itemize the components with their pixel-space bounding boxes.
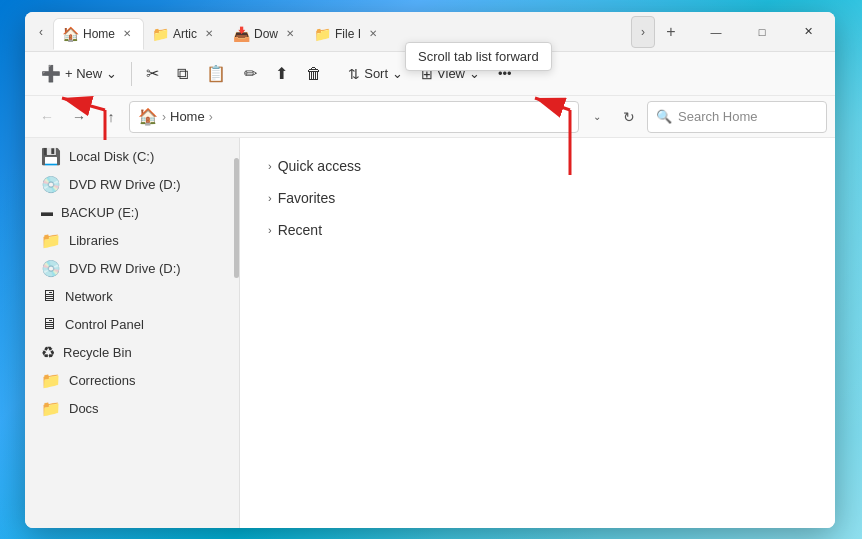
forward-button[interactable]: → (65, 103, 93, 131)
maximize-button[interactable]: □ (739, 16, 785, 48)
local-disk-c-label: Local Disk (C:) (69, 149, 227, 164)
tab-home-close[interactable]: ✕ (119, 26, 135, 42)
sidebar-scrollbar[interactable] (234, 158, 239, 278)
file-explorer-window: ‹ 🏠 Home ✕ 📁 Artic ✕ 📥 Dow ✕ 📁 (25, 12, 835, 528)
path-sep: › (162, 110, 166, 124)
sidebar-item-dvd-rw-d2[interactable]: 💿 DVD RW Drive (D:) (25, 254, 239, 282)
content-area: › Quick access › Favorites › Recent (240, 138, 835, 528)
search-placeholder: Search Home (678, 109, 757, 124)
back-icon: ← (40, 109, 54, 125)
docs-label: Docs (69, 401, 227, 416)
sort-dropdown-button[interactable]: ⇅ Sort ⌄ (340, 58, 411, 90)
copy-button[interactable]: ⧉ (169, 58, 196, 90)
backup-e-label: BACKUP (E:) (61, 205, 227, 220)
libraries-icon: 📁 (41, 231, 61, 250)
tab-dow-icon: 📥 (233, 26, 250, 42)
sort-icon: ⇅ (348, 66, 360, 82)
new-icon: ➕ (41, 64, 61, 83)
sidebar-item-docs[interactable]: 📁 Docs (25, 394, 239, 422)
tooltip-text: Scroll tab list forward (418, 49, 539, 64)
sidebar: 💾 Local Disk (C:) 💿 DVD RW Drive (D:) ▬ … (25, 138, 240, 528)
quick-access-header[interactable]: › Quick access (260, 154, 815, 178)
minimize-button[interactable]: — (693, 16, 739, 48)
sidebar-item-backup-e[interactable]: ▬ BACKUP (E:) (25, 198, 239, 226)
tab-scroll-forward-button[interactable]: › (631, 16, 655, 48)
path-home-icon: 🏠 (138, 107, 158, 126)
address-dropdown-button[interactable]: ⌄ (583, 103, 611, 131)
sidebar-item-libraries[interactable]: 📁 Libraries (25, 226, 239, 254)
quick-access-chevron: › (268, 160, 272, 172)
control-panel-label: Control Panel (65, 317, 227, 332)
tab-file-i[interactable]: 📁 File I ✕ (306, 18, 389, 50)
tab-artic-label: Artic (173, 27, 197, 41)
corrections-icon: 📁 (41, 371, 61, 390)
tab-artic-close[interactable]: ✕ (201, 26, 217, 42)
dvd-rw-d-label: DVD RW Drive (D:) (69, 177, 227, 192)
sort-chevron: ⌄ (392, 66, 403, 81)
new-dropdown-icon: ⌄ (106, 66, 117, 81)
rename-icon: ✏ (244, 64, 257, 83)
tab-artic[interactable]: 📁 Artic ✕ (144, 18, 225, 50)
tab-home-label: Home (83, 27, 115, 41)
tab-file-i-close[interactable]: ✕ (365, 26, 381, 42)
recent-chevron: › (268, 224, 272, 236)
libraries-label: Libraries (69, 233, 227, 248)
paste-button[interactable]: 📋 (198, 58, 234, 90)
sidebar-item-control-panel[interactable]: 🖥 Control Panel (25, 310, 239, 338)
quick-access-label: Quick access (278, 158, 361, 174)
copy-icon: ⧉ (177, 65, 188, 83)
addressbar: ← → ↑ 🏠 › Home › ⌄ ↻ 🔍 Search Home (25, 96, 835, 138)
new-button[interactable]: ➕ + New ⌄ (33, 58, 125, 90)
tab-file-i-label: File I (335, 27, 361, 41)
new-tab-button[interactable]: + (657, 18, 685, 46)
sidebar-item-local-disk-c[interactable]: 💾 Local Disk (C:) (25, 142, 239, 170)
favorites-header[interactable]: › Favorites (260, 186, 815, 210)
tab-dow-close[interactable]: ✕ (282, 26, 298, 42)
window-controls: — □ ✕ (693, 16, 831, 48)
close-button[interactable]: ✕ (785, 16, 831, 48)
sidebar-item-network[interactable]: 🖥 Network (25, 282, 239, 310)
tab-home[interactable]: 🏠 Home ✕ (53, 18, 144, 50)
tab-dow[interactable]: 📥 Dow ✕ (225, 18, 306, 50)
recycle-bin-icon: ♻ (41, 343, 55, 362)
search-icon: 🔍 (656, 109, 672, 124)
tab-scroll-back-button[interactable]: ‹ (29, 16, 53, 48)
recent-header[interactable]: › Recent (260, 218, 815, 242)
recent-label: Recent (278, 222, 322, 238)
scroll-forward-tooltip: Scroll tab list forward (405, 42, 552, 71)
sidebar-item-recycle-bin[interactable]: ♻ Recycle Bin (25, 338, 239, 366)
dvd-rw-d-icon: 💿 (41, 175, 61, 194)
favorites-chevron: › (268, 192, 272, 204)
share-icon: ⬆ (275, 64, 288, 83)
sidebar-item-corrections[interactable]: 📁 Corrections (25, 366, 239, 394)
network-icon: 🖥 (41, 287, 57, 305)
delete-button[interactable]: 🗑 (298, 58, 330, 90)
up-button[interactable]: ↑ (97, 103, 125, 131)
path-segment-home: Home (170, 109, 205, 124)
corrections-label: Corrections (69, 373, 227, 388)
cut-icon: ✂ (146, 64, 159, 83)
path-arrow: › (209, 110, 213, 124)
dvd-rw-d2-label: DVD RW Drive (D:) (69, 261, 227, 276)
tab-dow-label: Dow (254, 27, 278, 41)
sidebar-item-dvd-rw-d[interactable]: 💿 DVD RW Drive (D:) (25, 170, 239, 198)
share-button[interactable]: ⬆ (267, 58, 296, 90)
docs-icon: 📁 (41, 399, 61, 418)
dropdown-icon: ⌄ (593, 111, 601, 122)
toolbar-sep-1 (131, 62, 132, 86)
tab-home-icon: 🏠 (62, 26, 79, 42)
refresh-button[interactable]: ↻ (615, 103, 643, 131)
cut-button[interactable]: ✂ (138, 58, 167, 90)
up-icon: ↑ (108, 109, 115, 125)
search-box[interactable]: 🔍 Search Home (647, 101, 827, 133)
rename-button[interactable]: ✏ (236, 58, 265, 90)
address-path[interactable]: 🏠 › Home › (129, 101, 579, 133)
main-content: 💾 Local Disk (C:) 💿 DVD RW Drive (D:) ▬ … (25, 138, 835, 528)
recycle-bin-label: Recycle Bin (63, 345, 227, 360)
paste-icon: 📋 (206, 64, 226, 83)
network-label: Network (65, 289, 227, 304)
section-favorites: › Favorites (260, 186, 815, 210)
forward-icon: → (72, 109, 86, 125)
back-button[interactable]: ← (33, 103, 61, 131)
delete-icon: 🗑 (306, 65, 322, 83)
